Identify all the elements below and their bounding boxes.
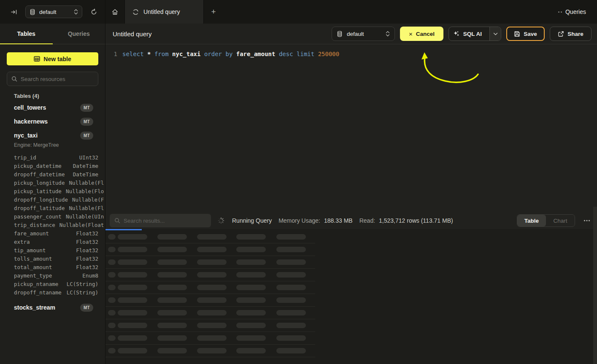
column-row: fare_amountFloat32: [0, 229, 105, 237]
table-item-hackernews[interactable]: hackernews MT: [0, 115, 105, 128]
query-title: Untitled query: [113, 30, 152, 38]
tab-loading-icon: [132, 9, 139, 15]
code-line-1: 1 select * from nyc_taxi order by fare_a…: [105, 50, 597, 58]
table-item-stocks-stream[interactable]: stocks_stream MT: [0, 301, 105, 314]
new-table-button[interactable]: New table: [7, 52, 98, 65]
cancel-label: Cancel: [416, 31, 435, 37]
database-icon: [337, 31, 343, 37]
column-row: tolls_amountFloat32: [0, 254, 105, 263]
tab-untitled-query[interactable]: Untitled query: [124, 0, 204, 24]
skeleton-row: [105, 256, 315, 269]
view-toggle-table[interactable]: Table: [517, 215, 546, 226]
column-row: total_amountFloat32: [0, 263, 105, 271]
column-list: trip_idUInt32 pickup_datetimeDateTime dr…: [0, 153, 105, 297]
read-stats: Read: 1,523,712 rows (113.71 MB): [359, 217, 453, 224]
tab-queries[interactable]: Queries: [53, 24, 105, 44]
collapse-sidebar-icon[interactable]: [8, 6, 19, 17]
sidebar-tabs: Tables Queries: [0, 24, 105, 44]
skeleton-row: [105, 269, 315, 281]
sql-ai-button[interactable]: SQL AI: [448, 27, 501, 41]
column-row: passenger_countNullable(UIn: [0, 212, 105, 221]
table-name: stocks_stream: [14, 304, 80, 311]
active-tab-underline: [0, 43, 53, 44]
column-row: extraFloat32: [0, 237, 105, 246]
new-tab-button[interactable]: +: [204, 0, 223, 24]
column-row: pickup_ntanameLC(String): [0, 280, 105, 288]
engine-badge: MT: [80, 304, 93, 312]
sql-ai-dropdown[interactable]: [489, 27, 501, 40]
table-name: hackernews: [14, 118, 80, 125]
topbar-left: default: [0, 0, 105, 24]
view-toggle-chart[interactable]: Chart: [546, 215, 575, 226]
skeleton-table: [105, 231, 315, 357]
engine-info: Engine: MergeTree: [14, 142, 59, 148]
search-results-input[interactable]: [124, 218, 206, 224]
app-window: default Untitled query +: [0, 0, 597, 364]
close-icon: ×: [409, 30, 413, 38]
skeleton-row: [105, 307, 315, 319]
skeleton-row: [105, 332, 315, 345]
column-row: trip_distanceNullable(Float: [0, 221, 105, 229]
engine-badge: MT: [80, 104, 93, 112]
sql-ai-main[interactable]: SQL AI: [449, 27, 486, 40]
results-search[interactable]: [110, 214, 211, 227]
topbar-right: Queries: [558, 0, 597, 24]
results-grid: [105, 229, 597, 364]
share-label: Share: [567, 31, 583, 37]
database-selector-value: default: [39, 9, 70, 15]
results-scrollbar[interactable]: [593, 207, 597, 364]
table-name: cell_towers: [14, 104, 80, 111]
search-icon: [114, 218, 120, 224]
toolbar-database-value: default: [347, 31, 381, 37]
home-button[interactable]: [105, 0, 124, 24]
view-toggle: Table Chart: [517, 214, 575, 227]
chevron-updown-icon: [74, 9, 78, 15]
read-value: 1,523,712 rows (113.71 MB): [379, 217, 453, 224]
read-label: Read:: [359, 217, 375, 224]
line-number: 1: [105, 51, 117, 57]
chevron-updown-icon: [386, 31, 390, 37]
share-button[interactable]: Share: [550, 27, 592, 41]
more-options-button[interactable]: [582, 220, 592, 221]
table-grid-icon: [34, 56, 40, 62]
memory-value: 188.33 MB: [324, 217, 353, 224]
skeleton-row: [105, 281, 315, 294]
share-icon: [558, 31, 564, 37]
table-item-nyc-taxi[interactable]: nyc_taxi MT: [0, 129, 105, 142]
queries-link[interactable]: Queries: [558, 8, 586, 15]
main-panel: Untitled query default × Cancel: [105, 24, 597, 364]
memory-usage: Memory Usage: 188.33 MB: [278, 217, 353, 224]
column-row: dropoff_datetimeDateTime: [0, 170, 105, 178]
toolbar-database-selector[interactable]: default: [332, 27, 395, 41]
database-icon: [30, 9, 35, 15]
sidebar-search[interactable]: [7, 72, 98, 86]
column-row: pickup_datetimeDateTime: [0, 162, 105, 170]
skeleton-row: [105, 243, 315, 256]
save-button[interactable]: Save: [506, 27, 545, 41]
top-bar: default Untitled query +: [0, 0, 597, 24]
search-icon: [11, 76, 17, 82]
save-label: Save: [524, 31, 537, 37]
column-row: trip_idUInt32: [0, 153, 105, 162]
skeleton-row: [105, 345, 315, 357]
refresh-icon[interactable]: [88, 6, 99, 17]
engine-badge: MT: [80, 118, 93, 126]
column-row: dropoff_longitudeNullable(F: [0, 195, 105, 204]
table-item-cell-towers[interactable]: cell_towers MT: [0, 101, 105, 114]
search-resources-input[interactable]: [21, 76, 95, 82]
column-row: dropoff_ntanameLC(String): [0, 288, 105, 297]
tab-tables[interactable]: Tables: [0, 24, 53, 44]
sparkles-icon: [453, 30, 460, 37]
sql-editor[interactable]: 1 select * from nyc_taxi order by fare_a…: [105, 50, 597, 212]
skeleton-row: [105, 294, 315, 307]
sql-ai-label: SQL AI: [463, 31, 482, 37]
database-selector[interactable]: default: [25, 5, 82, 18]
spinner-icon: [218, 217, 224, 224]
query-status: Running Query: [232, 217, 272, 224]
memory-label: Memory Usage:: [278, 217, 320, 224]
cancel-button[interactable]: × Cancel: [400, 27, 443, 41]
column-row: dropoff_latitudeNullable(Fl: [0, 204, 105, 212]
sql-code: select * from nyc_taxi order by fare_amo…: [122, 51, 339, 57]
query-toolbar: Untitled query default × Cancel: [105, 24, 597, 44]
sidebar: Tables Queries New table Tables (4) cell…: [0, 24, 105, 364]
